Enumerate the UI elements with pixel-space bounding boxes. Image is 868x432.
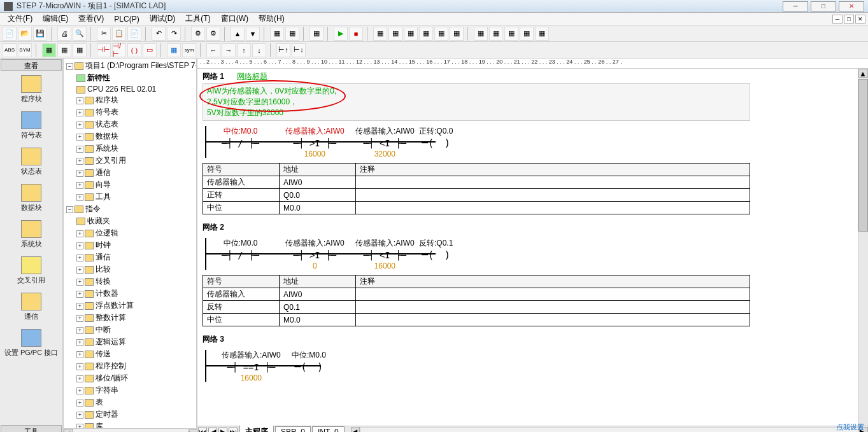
- expand-icon[interactable]: +: [76, 303, 83, 310]
- nav-status-table[interactable]: 状态表: [0, 144, 62, 180]
- project-tree[interactable]: −项目1 (D:\Program Files\STEP 7- 新特性 CPU 2…: [64, 59, 197, 428]
- nav-pgpc[interactable]: 设置 PG/PC 接口: [0, 325, 62, 361]
- undo-button[interactable]: ↶: [152, 27, 166, 41]
- tab-int0[interactable]: INT_0: [312, 426, 345, 433]
- arrow-right-button[interactable]: →: [222, 43, 236, 57]
- menu-view[interactable]: 查看(V): [73, 13, 109, 24]
- coil-icon[interactable]: ─( ): [295, 361, 324, 374]
- run-button[interactable]: ▶: [334, 27, 348, 41]
- menu-tools[interactable]: 工具(T): [180, 13, 215, 24]
- tree-item[interactable]: 传送: [96, 349, 111, 358]
- show-sym-button[interactable]: SYM: [18, 43, 32, 57]
- expand-icon[interactable]: −: [66, 63, 73, 70]
- expand-icon[interactable]: +: [76, 363, 83, 370]
- menu-debug[interactable]: 调试(D): [145, 13, 181, 24]
- arrow-down-button[interactable]: ↓: [252, 43, 266, 57]
- tool-c-button[interactable]: ▦: [504, 27, 518, 41]
- menu-file[interactable]: 文件(F): [3, 13, 38, 24]
- expand-icon[interactable]: +: [76, 122, 83, 129]
- expand-icon[interactable]: +: [76, 315, 83, 322]
- symbol-table[interactable]: 符号地址注释 传感器输入AIW0 正转Q0.0 中位M0.0: [203, 163, 750, 214]
- unforce-button[interactable]: ▦: [419, 27, 433, 41]
- compare-eq-icon[interactable]: ─┤ ==I ├─: [222, 362, 281, 372]
- chart-button[interactable]: ▦: [388, 27, 402, 41]
- expand-icon[interactable]: +: [76, 254, 83, 261]
- tree-item[interactable]: 定时器: [96, 410, 118, 419]
- insert-network-button[interactable]: ▦: [270, 27, 284, 41]
- expand-icon[interactable]: +: [76, 279, 83, 286]
- tree-item[interactable]: 字符串: [96, 386, 118, 394]
- tree-item[interactable]: 库: [96, 422, 103, 428]
- network-1[interactable]: 网络 1网络标题 AIW为传感器输入，0V对应数字里的0, 2.5V对应数字里的…: [203, 71, 863, 214]
- tree-item[interactable]: 浮点数计算: [96, 301, 134, 310]
- tree-item[interactable]: 交叉引用: [96, 156, 126, 165]
- tree-item[interactable]: 位逻辑: [96, 228, 118, 237]
- compare-gt-icon[interactable]: ─┤ >I ├─: [285, 138, 345, 148]
- contact-nc-button[interactable]: ⊣/⊢: [112, 43, 126, 57]
- compile-all-button[interactable]: ⚙: [206, 27, 220, 41]
- tool-e-button[interactable]: ▦: [535, 27, 549, 41]
- compare-gt-icon[interactable]: ─┤ >I ├─: [285, 250, 345, 260]
- mdi-minimize-button[interactable]: ─: [832, 15, 843, 24]
- view-lad-button[interactable]: ▦: [42, 43, 56, 57]
- editor-hscroll[interactable]: ◀▶: [351, 427, 868, 433]
- tab-next-button[interactable]: ▶: [218, 428, 227, 433]
- cut-button[interactable]: ✂: [97, 27, 111, 41]
- editor-vscroll[interactable]: ▲: [858, 69, 868, 426]
- expand-icon[interactable]: +: [76, 146, 83, 153]
- delete-network-button[interactable]: ▦: [285, 27, 299, 41]
- preview-button[interactable]: 🔍: [73, 27, 87, 41]
- tool-b-button[interactable]: ▦: [489, 27, 503, 41]
- branch-down-button[interactable]: ⊢↓: [292, 43, 306, 57]
- tree-item[interactable]: 中断: [96, 325, 111, 334]
- view-stl-button[interactable]: ▦: [57, 43, 71, 57]
- tree-item[interactable]: 系统块: [96, 144, 118, 153]
- redo-button[interactable]: ↷: [167, 27, 181, 41]
- tab-prev-button[interactable]: ◀: [208, 428, 217, 433]
- symbol-table[interactable]: 符号地址注释 传感器输入AIW0 反转Q0.1 中位M0.0: [203, 275, 750, 326]
- tool-a-button[interactable]: ▦: [474, 27, 488, 41]
- bottom-link[interactable]: 点我设置: [836, 422, 864, 432]
- expand-icon[interactable]: −: [66, 206, 73, 213]
- tab-sbr0[interactable]: SBR_0: [275, 426, 311, 433]
- print-button[interactable]: 🖨: [57, 27, 71, 41]
- expand-icon[interactable]: +: [76, 412, 83, 419]
- contact-nc-icon[interactable]: ─┤ / ├─: [222, 250, 259, 260]
- network-3[interactable]: 网络 3 传感器输入:AIW0─┤ ==I ├─16000 中位:M0.0─( …: [203, 334, 863, 382]
- tree-item[interactable]: 转换: [96, 277, 111, 286]
- nav-system-block[interactable]: 系统块: [0, 216, 62, 253]
- expand-icon[interactable]: +: [76, 109, 83, 116]
- maximize-button[interactable]: □: [811, 1, 836, 11]
- network-comment[interactable]: AIW为传感器输入，0V对应数字里的0, 2.5V对应数字里的16000， 5V…: [203, 83, 750, 121]
- tree-item[interactable]: 逻辑运算: [96, 337, 126, 346]
- menu-help[interactable]: 帮助(H): [253, 13, 290, 24]
- expand-icon[interactable]: +: [76, 375, 83, 382]
- minimize-button[interactable]: ─: [783, 1, 808, 11]
- nav-footer[interactable]: 工具: [1, 425, 62, 432]
- status-button[interactable]: ▦: [373, 27, 387, 41]
- mdi-restore-button[interactable]: □: [844, 15, 854, 24]
- mdi-close-button[interactable]: ✕: [855, 15, 865, 24]
- ladder-canvas[interactable]: 网络 1网络标题 AIW为传感器输入，0V对应数字里的0, 2.5V对应数字里的…: [197, 69, 868, 426]
- tree-instructions[interactable]: 指令: [85, 204, 101, 213]
- compile-button[interactable]: ⚙: [191, 27, 205, 41]
- expand-icon[interactable]: +: [76, 267, 83, 274]
- tree-item[interactable]: 移位/循环: [96, 373, 128, 382]
- arrow-left-button[interactable]: ←: [206, 43, 220, 57]
- menu-edit[interactable]: 编辑(E): [38, 13, 73, 24]
- expand-icon[interactable]: +: [76, 194, 83, 201]
- stop-button[interactable]: ■: [349, 27, 363, 41]
- branch-up-button[interactable]: ⊢↑: [276, 43, 290, 57]
- tool-d-button[interactable]: ▦: [520, 27, 534, 41]
- sym-table-button[interactable]: ▦: [167, 43, 181, 57]
- save-button[interactable]: 💾: [33, 27, 47, 41]
- toggle-button[interactable]: ▦: [309, 27, 324, 41]
- download-button[interactable]: ▼: [246, 27, 260, 41]
- tree-item[interactable]: 时钟: [96, 240, 111, 249]
- coil-icon[interactable]: ─( ): [422, 137, 450, 150]
- tree-item[interactable]: 整数计算: [96, 313, 126, 322]
- expand-icon[interactable]: +: [76, 230, 83, 237]
- tab-first-button[interactable]: ⏮: [198, 428, 207, 433]
- box-button[interactable]: ▭: [143, 43, 157, 57]
- expand-icon[interactable]: +: [76, 170, 83, 177]
